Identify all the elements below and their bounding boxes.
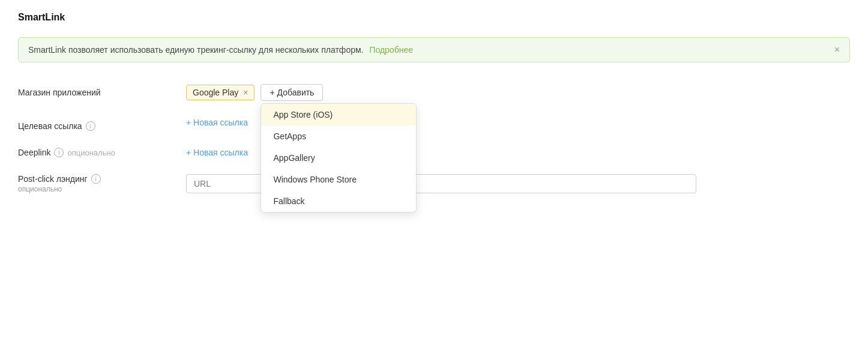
postclick-section: Post-click лэндинг i опционально — [18, 174, 850, 193]
deeplink-optional-text: опционально — [67, 148, 115, 157]
postclick-label-wrap: Post-click лэндинг i опционально — [18, 174, 186, 193]
add-store-dropdown-wrapper: + Добавить App Store (iOS) GetApps AppGa… — [261, 84, 323, 101]
page-title: SmartLink — [18, 12, 850, 23]
info-banner-text: SmartLink позволяет использовать единую … — [28, 45, 825, 55]
dropdown-item-fallback[interactable]: Fallback — [261, 190, 416, 212]
info-banner-message: SmartLink позволяет использовать единую … — [28, 45, 363, 55]
dropdown-item-windows-phone-store[interactable]: Windows Phone Store — [261, 169, 416, 190]
postclick-label: Post-click лэндинг i — [18, 174, 186, 184]
deeplink-info-icon[interactable]: i — [54, 148, 64, 157]
postclick-info-icon[interactable]: i — [91, 174, 101, 184]
dropdown-item-getapps[interactable]: GetApps — [261, 125, 416, 147]
deeplink-add[interactable]: + Новая ссылка — [186, 148, 248, 157]
target-link-add[interactable]: + Новая ссылка — [186, 118, 248, 127]
postclick-optional-text: опционально — [18, 185, 186, 193]
deeplink-label-wrap: Deeplink i опционально — [18, 148, 186, 157]
target-link-controls: + Новая ссылка — [186, 118, 248, 127]
app-store-label: Магазин приложений — [18, 84, 186, 97]
deeplink-label-text: Deeplink — [18, 148, 50, 157]
target-link-info-icon[interactable]: i — [86, 121, 95, 131]
info-banner: SmartLink позволяет использовать единую … — [18, 37, 850, 62]
target-link-section: Целевая ссылка i + Новая ссылка — [18, 118, 850, 131]
dropdown-item-appstore[interactable]: App Store (iOS) — [261, 104, 416, 125]
app-store-section: Магазин приложений Google Play × + Добав… — [18, 84, 850, 101]
google-play-chip: Google Play × — [186, 85, 255, 100]
info-banner-link[interactable]: Подробнее — [369, 45, 413, 55]
close-icon[interactable]: × — [834, 45, 840, 55]
add-store-button[interactable]: + Добавить — [261, 84, 323, 101]
target-link-label-text: Целевая ссылка — [18, 121, 82, 131]
google-play-chip-remove[interactable]: × — [243, 88, 248, 97]
deeplink-section: Deeplink i опционально + Новая ссылка — [18, 148, 850, 157]
deeplink-controls: + Новая ссылка — [186, 148, 248, 157]
google-play-chip-label: Google Play — [193, 88, 238, 97]
target-link-label: Целевая ссылка i — [18, 118, 186, 131]
store-dropdown-menu: App Store (iOS) GetApps AppGallery Windo… — [261, 103, 417, 213]
app-store-controls: Google Play × + Добавить App Store (iOS)… — [186, 84, 323, 101]
dropdown-item-appgallery[interactable]: AppGallery — [261, 147, 416, 169]
deeplink-label: Deeplink i опционально — [18, 148, 186, 157]
postclick-label-text: Post-click лэндинг — [18, 174, 88, 184]
